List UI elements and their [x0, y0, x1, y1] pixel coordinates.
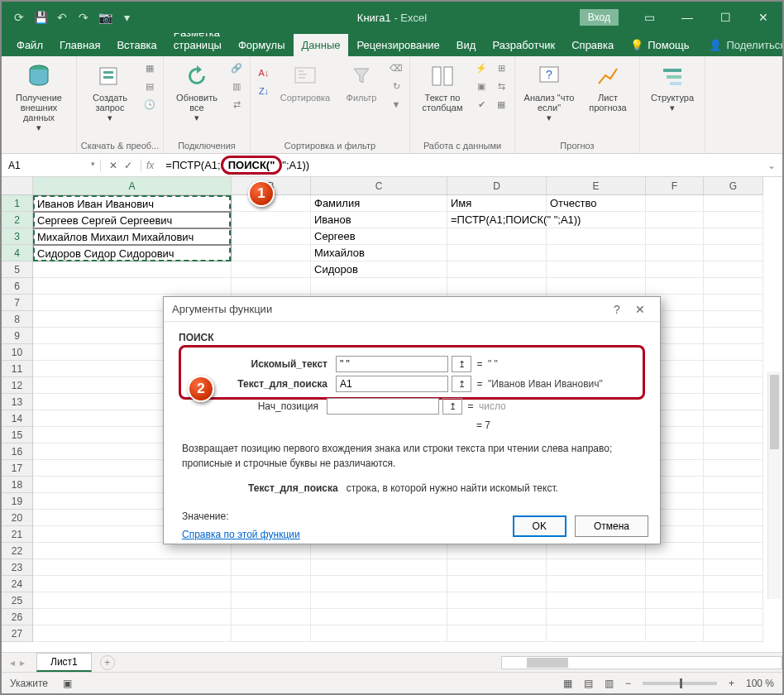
column-header[interactable]: E	[547, 177, 646, 195]
zoom-out-icon[interactable]: −	[625, 678, 631, 689]
view-normal-icon[interactable]: ▦	[563, 678, 572, 689]
column-header[interactable]: G	[704, 177, 763, 195]
cell[interactable]	[232, 559, 311, 576]
row-header[interactable]: 9	[2, 328, 33, 344]
remove-dup-button[interactable]: ▣	[473, 78, 490, 94]
forecast-sheet-button[interactable]: Лист прогноза	[581, 60, 634, 113]
zoom-slider[interactable]	[643, 682, 717, 685]
name-box[interactable]: A1	[2, 160, 101, 171]
arg1-input[interactable]	[336, 356, 448, 372]
advanced-button[interactable]: ▼	[388, 96, 404, 113]
what-if-button[interactable]: ? Анализ "что если"▾	[520, 60, 578, 123]
row-header[interactable]: 26	[2, 609, 33, 626]
row-header[interactable]: 12	[2, 377, 33, 394]
row-header[interactable]: 17	[2, 460, 33, 477]
cell[interactable]: Сидоров	[311, 261, 447, 278]
cell[interactable]	[547, 278, 646, 295]
row-header[interactable]: 19	[2, 493, 33, 510]
clear-filter-button[interactable]: ⌫	[388, 60, 404, 76]
tab-file[interactable]: Файл	[8, 34, 51, 56]
row-header[interactable]: 14	[2, 410, 33, 427]
outline-button[interactable]: Структура▾	[645, 60, 700, 113]
cell[interactable]	[447, 592, 547, 609]
cell[interactable]	[447, 228, 547, 245]
cell[interactable]	[33, 278, 232, 295]
cell[interactable]	[547, 609, 646, 626]
column-header[interactable]: A	[33, 177, 232, 195]
help-link[interactable]: Справка по этой функции	[182, 529, 300, 540]
cell[interactable]	[33, 261, 232, 278]
cell[interactable]	[33, 609, 232, 626]
cell[interactable]: Имя	[447, 195, 547, 212]
redo-icon[interactable]: ↷	[76, 10, 91, 25]
cell[interactable]	[311, 278, 447, 295]
get-external-data-button[interactable]: Получение внешних данных▾	[7, 60, 71, 133]
cell[interactable]	[704, 626, 763, 642]
column-header[interactable]: D	[447, 177, 547, 195]
cell[interactable]	[646, 559, 704, 576]
cell[interactable]: Иванов	[311, 212, 447, 228]
login-button[interactable]: Вход	[580, 9, 619, 26]
horizontal-scrollbar[interactable]	[501, 656, 782, 669]
row-header[interactable]: 20	[2, 510, 33, 526]
cell[interactable]	[704, 526, 763, 543]
cell[interactable]	[704, 228, 763, 245]
cell[interactable]	[704, 394, 763, 410]
data-validation-button[interactable]: ✔	[473, 96, 490, 113]
cell[interactable]	[547, 559, 646, 576]
arg2-input[interactable]	[336, 376, 448, 392]
cell[interactable]	[232, 261, 311, 278]
row-header[interactable]: 22	[2, 543, 33, 559]
cell[interactable]	[311, 576, 447, 592]
view-pagelayout-icon[interactable]: ▤	[584, 678, 593, 689]
cell[interactable]	[447, 626, 547, 642]
sheet-tab[interactable]: Лист1	[36, 653, 92, 672]
cell[interactable]	[33, 592, 232, 609]
row-header[interactable]: 7	[2, 295, 33, 311]
cell[interactable]	[704, 295, 763, 311]
connections-button[interactable]: 🔗	[228, 60, 245, 76]
tab-developer[interactable]: Разработчик	[484, 34, 563, 56]
view-pagebreak-icon[interactable]: ▥	[605, 678, 614, 689]
row-header[interactable]: 13	[2, 394, 33, 410]
cell[interactable]	[311, 592, 447, 609]
properties-button[interactable]: ▥	[228, 78, 245, 94]
cell[interactable]	[704, 609, 763, 626]
row-header[interactable]: 1	[2, 195, 33, 212]
cell[interactable]: Отчество	[547, 195, 646, 212]
zoom-in-icon[interactable]: +	[729, 678, 734, 689]
from-table-button[interactable]: ▤	[141, 78, 158, 94]
cell[interactable]	[646, 245, 704, 261]
cell[interactable]	[232, 626, 311, 642]
add-sheet-button[interactable]: +	[100, 655, 115, 670]
cell[interactable]	[646, 278, 704, 295]
cell[interactable]	[232, 212, 311, 228]
cell[interactable]	[646, 626, 704, 642]
cell[interactable]	[704, 261, 763, 278]
cell[interactable]	[704, 328, 763, 344]
cell[interactable]	[646, 195, 704, 212]
cell[interactable]: Сергеев	[311, 228, 447, 245]
cell[interactable]	[311, 559, 447, 576]
tab-insert[interactable]: Вставка	[108, 34, 165, 56]
cell[interactable]	[646, 212, 704, 228]
cell[interactable]	[704, 493, 763, 510]
flash-fill-button[interactable]: ⚡	[473, 60, 490, 76]
cancel-button[interactable]: Отмена	[575, 515, 648, 537]
text-to-columns-button[interactable]: Текст по столбцам	[415, 60, 470, 113]
sort-za-button[interactable]: Z↓	[256, 83, 272, 99]
camera-icon[interactable]: 📷	[98, 10, 112, 25]
row-header[interactable]: 27	[2, 626, 33, 642]
cell[interactable]	[547, 261, 646, 278]
row-header[interactable]: 25	[2, 592, 33, 609]
cell[interactable]	[704, 245, 763, 261]
cell[interactable]	[704, 559, 763, 576]
new-query-button[interactable]: Создать запрос▾	[82, 60, 138, 123]
row-header[interactable]: 23	[2, 559, 33, 576]
autosave-icon[interactable]: ⟳	[12, 10, 26, 25]
sort-az-button[interactable]: A↓	[256, 65, 272, 81]
reapply-button[interactable]: ↻	[388, 78, 404, 94]
row-header[interactable]: 18	[2, 477, 33, 493]
dialog-titlebar[interactable]: Аргументы функции ? ✕	[164, 297, 660, 322]
macro-record-icon[interactable]: ▣	[63, 678, 72, 689]
